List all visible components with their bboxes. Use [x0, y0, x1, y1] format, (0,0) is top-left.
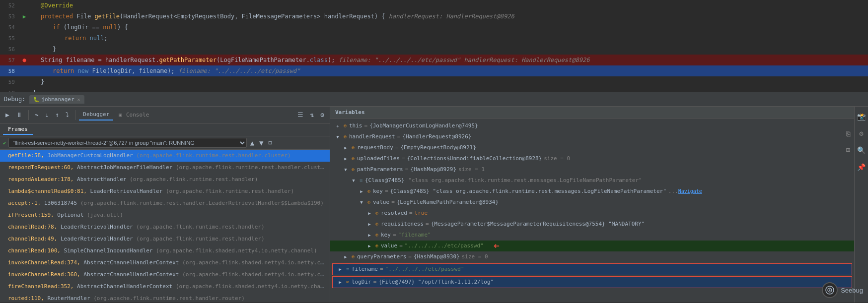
layout-list-icon[interactable]: ☰ [295, 110, 306, 120]
code-content-53: protected File getFile(HandlerRequest<Em… [29, 13, 868, 20]
pause-button[interactable]: ⏸ [13, 110, 25, 120]
var-row-key1[interactable]: ▶ ⊕ key = {Class@7485} "class org.apache… [330, 186, 854, 197]
side-icon-3[interactable]: 🔍 [855, 144, 868, 156]
side-icons-panel: 📸 ⚙ 🔍 📌 [854, 107, 868, 303]
frame-item-9[interactable]: invokeChannelRead:374, AbstractChannelHa… [0, 257, 330, 269]
var-toggle-handlerRequest[interactable]: ▼ [334, 132, 341, 141]
var-row-value-passwd[interactable]: ▶ ⊕ value = "../../../../etc/passwd" ➜ [330, 241, 854, 251]
resume-button[interactable]: ▶ [3, 110, 12, 120]
settings-icon[interactable]: ⚙ [318, 110, 327, 120]
svg-point-2 [829, 290, 831, 291]
var-toggle-this[interactable]: + [334, 121, 341, 130]
navigate-link-key1[interactable]: Navigate [678, 187, 702, 196]
seebug-text: Seebug [841, 287, 863, 294]
side-icon-1[interactable]: 📸 [855, 111, 868, 122]
thread-select[interactable]: "flink-rest-server-netty-worker-thread-2… [8, 138, 247, 148]
frame-item-0[interactable]: getFile:58, JobManagerCustomLogHandler (… [0, 150, 330, 162]
code-line-55: 55 return null; [0, 33, 868, 44]
var-toggle-queryParameters[interactable]: ▶ [342, 252, 349, 261]
code-line-59: 59 } [0, 76, 868, 87]
var-icon-filename-box: ≡ [344, 265, 352, 274]
side-icon-4[interactable]: 📌 [855, 161, 868, 173]
var-icon-this: ⊕ [341, 121, 349, 130]
var-row-handlerRequest[interactable]: ▼ ⊕ handlerRequest = {HandlerRequest@892… [330, 131, 854, 142]
var-toggle-class7485[interactable]: ▼ [350, 176, 357, 185]
frame-item-1[interactable]: respondToRequest:60, AbstractJobManagerF… [0, 162, 330, 174]
var-toggle-resolved[interactable]: ▶ [366, 209, 373, 218]
copy-icon[interactable]: ⎘ [844, 128, 852, 140]
var-toggle-value-lfnpp[interactable]: ▼ [358, 198, 365, 207]
debug-label: Debug: [4, 96, 25, 103]
run-to-cursor-button[interactable]: ⤵ [63, 110, 72, 120]
var-row-uploadedFiles[interactable]: ▶ ⊕ uploadedFiles = {Collections$Unmodif… [330, 153, 854, 164]
thread-up-btn[interactable]: ▲ [249, 139, 256, 147]
var-row-requestBody[interactable]: ▶ ⊕ requestBody = {EmptyRequestBody@8921… [330, 142, 854, 153]
console-icon: ▣ [119, 112, 122, 118]
debugger-tab[interactable]: Debugger [79, 109, 113, 121]
thread-down-btn[interactable]: ▼ [258, 139, 265, 147]
variables-panel: Variables + ⊕ this = {JobManagerCustomLo… [330, 107, 854, 303]
var-toggle-key1[interactable]: ▶ [358, 187, 365, 196]
var-toggle-logDir-box[interactable]: ▶ [337, 278, 344, 287]
frame-item-5[interactable]: ifPresent:159, Optional (java.util) [0, 209, 330, 221]
sort-icon[interactable]: ⇅ [307, 110, 316, 120]
var-row-requisiteness[interactable]: ▶ ⊕ requisiteness = {MessageParameter$Me… [330, 219, 854, 230]
var-row-queryParameters[interactable]: ▶ ⊕ queryParameters = {HashMap@8930} siz… [330, 251, 854, 262]
frame-item-7[interactable]: channelRead:49, LeaderRetrievalHandler (… [0, 233, 330, 245]
var-row-pathParameters[interactable]: ▼ ⊕ pathParameters = {HashMap@8929} size… [330, 164, 854, 175]
step-out-button[interactable]: ↑ [53, 110, 62, 120]
var-toggle-key-filename[interactable]: ▶ [366, 231, 373, 240]
var-toggle-filename-box[interactable]: ▶ [337, 265, 344, 274]
debug-panels: ▶ ⏸ ↷ ↓ ↑ ⤵ Debugger ▣ Console ☰ ⇅ ⚙ Fra… [0, 107, 868, 303]
var-icon-class7485: ≡ [357, 176, 365, 185]
line-number-52: 52 [2, 2, 20, 9]
frame-item-2[interactable]: respondAsLeader:178, AbstractHandler (or… [0, 174, 330, 185]
console-tab[interactable]: ▣ Console [115, 110, 153, 120]
code-line-58: 58 return new File(logDir, filename); fi… [0, 65, 868, 76]
code-content-57: String filename = handlerRequest.getPath… [29, 57, 868, 63]
var-row-filename-box[interactable]: ▶ ≡ filename = "../../../../etc/passwd" [332, 263, 852, 275]
frame-item-8[interactable]: channelRead:100, SimpleChannelInboundHan… [0, 245, 330, 257]
line-number-53: 53 [2, 13, 20, 20]
step-into-button[interactable]: ↓ [43, 110, 52, 120]
variables-tree[interactable]: + ⊕ this = {JobManagerCustomLogHandler@7… [330, 119, 854, 303]
step-over-button[interactable]: ↷ [32, 110, 41, 120]
var-toggle-pathParameters[interactable]: ▼ [342, 165, 349, 174]
frames-tab[interactable]: Frames [3, 124, 33, 135]
line-icon-53: ▶ [20, 13, 29, 20]
var-side-icons: ⎘ ⊞ [844, 128, 852, 156]
code-content-54: if (logDir == null) { [29, 24, 868, 31]
thread-filter-btn[interactable]: ⊟ [267, 139, 274, 146]
debug-tab[interactable]: 🐛 jobmanager ✕ [29, 95, 84, 104]
debugger-toolbar: ▶ ⏸ ↷ ↓ ↑ ⤵ Debugger ▣ Console ☰ ⇅ ⚙ [0, 107, 330, 123]
line-number-54: 54 [2, 24, 20, 31]
frame-item-10[interactable]: invokeChannelRead:360, AbstractChannelHa… [0, 269, 330, 281]
code-line-60: 60 } [0, 87, 868, 92]
var-toggle-uploadedFiles[interactable]: ▶ [342, 154, 349, 163]
debug-tab-close[interactable]: ✕ [77, 97, 80, 102]
frames-panel: ▶ ⏸ ↷ ↓ ↑ ⤵ Debugger ▣ Console ☰ ⇅ ⚙ Fra… [0, 107, 330, 303]
thread-running-icon: ✔ [3, 140, 6, 146]
var-toggle-requisiteness[interactable]: ▶ [366, 220, 373, 229]
frame-item-11[interactable]: fireChannelRead:352, AbstractChannelHand… [0, 281, 330, 293]
var-row-class7485[interactable]: ▼ ≡ {Class@7485} "class org.apache.flink… [330, 175, 854, 186]
frames-panel-labels: Frames [0, 123, 330, 136]
expand-all-icon[interactable]: ⊞ [844, 144, 852, 156]
var-row-this[interactable]: + ⊕ this = {JobManagerCustomLogHandler@7… [330, 121, 854, 131]
frame-item-3[interactable]: lambda$channelRead$0:81, LeaderRetrieval… [0, 185, 330, 197]
var-icon-requestBody: ⊕ [349, 143, 357, 152]
var-row-logDir-box[interactable]: ▶ ∞ logDir = {File@7497} "/opt/flink-1.1… [332, 276, 852, 288]
var-row-key-filename[interactable]: ▶ ⊕ key = "filename" [330, 230, 854, 241]
var-toggle-value-passwd[interactable]: ▶ [366, 242, 373, 250]
var-row-resolved[interactable]: ▶ ⊕ resolved = true [330, 208, 854, 219]
frames-list[interactable]: getFile:58, JobManagerCustomLogHandler (… [0, 150, 330, 303]
var-row-value-lfnpp[interactable]: ▼ ⊕ value = {LogFileNamePathParameter@89… [330, 197, 854, 208]
side-icon-2[interactable]: ⚙ [857, 127, 865, 139]
var-icon-uploadedFiles: ⊕ [349, 154, 357, 163]
frame-item-12[interactable]: routed:110, RouterHandler (org.apache.fl… [0, 293, 330, 303]
var-icon-logDir-box: ∞ [344, 278, 352, 287]
frame-item-6[interactable]: channelRead:78, LeaderRetrievalHandler (… [0, 221, 330, 233]
var-icon-requisiteness: ⊕ [373, 220, 381, 229]
frame-item-4[interactable]: accept:-1, 1306318745 (org.apache.flink.… [0, 197, 330, 209]
var-toggle-requestBody[interactable]: ▶ [342, 143, 349, 152]
